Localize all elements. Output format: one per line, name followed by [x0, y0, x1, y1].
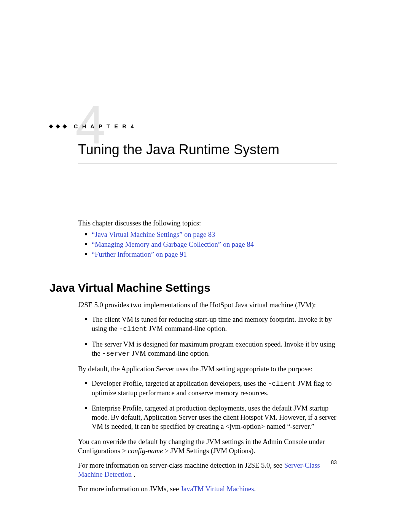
diamond-icon — [56, 124, 60, 128]
text: JVM command-line option. — [147, 325, 227, 332]
list-item: Developer Profile, targeted at applicati… — [85, 379, 337, 398]
text: For more information on JVMs, see — [78, 485, 181, 493]
code-text: -client — [119, 325, 147, 333]
text: . — [132, 471, 135, 478]
jvm-link[interactable]: JavaTM Virtual Machines — [181, 485, 254, 493]
text: For more information on server-class mac… — [78, 462, 284, 469]
code-text: -server — [102, 350, 130, 358]
chapter-title: Tuning the Java Runtime System — [78, 142, 279, 158]
paragraph: For more information on server-class mac… — [78, 461, 337, 479]
list-item: “Further Information” on page 91 — [85, 250, 337, 259]
text: > JVM Settings (JVM Options). — [163, 447, 255, 455]
list-item: “Managing Memory and Garbage Collection”… — [85, 240, 337, 249]
paragraph: By default, the Application Server uses … — [78, 364, 337, 374]
italic-text: config-name — [128, 447, 163, 455]
paragraph: For more information on JVMs, see JavaTM… — [78, 484, 337, 494]
diamond-icon — [62, 124, 67, 128]
paragraph: You can override the default by changing… — [78, 437, 337, 455]
text: JVM command-line option. — [130, 350, 210, 357]
toc-link[interactable]: “Managing Memory and Garbage Collection”… — [92, 241, 254, 248]
toc-link[interactable]: “Java Virtual Machine Settings” on page … — [92, 231, 215, 238]
profiles-list: Developer Profile, targeted at applicati… — [85, 379, 337, 431]
list-item: Enterprise Profile, targeted at producti… — [85, 404, 337, 431]
chapter-label: C H A P T E R 4 — [74, 123, 135, 129]
section-heading: Java Virtual Machine Settings — [49, 280, 337, 295]
toc-link[interactable]: “Further Information” on page 91 — [92, 251, 187, 258]
page-number: 83 — [331, 459, 337, 465]
diamond-icon — [49, 124, 53, 128]
list-item: The client VM is tuned for reducing star… — [85, 315, 337, 334]
text: Enterprise Profile, targeted at producti… — [92, 404, 336, 430]
intro-paragraph: This chapter discusses the following top… — [78, 219, 337, 228]
chapter-toc-list: “Java Virtual Machine Settings” on page … — [85, 230, 337, 259]
vm-implementations-list: The client VM is tuned for reducing star… — [85, 315, 337, 358]
page-body: This chapter discusses the following top… — [78, 219, 337, 499]
code-text: -client — [268, 380, 296, 388]
chapter-header: C H A P T E R 4 — [49, 118, 135, 134]
chapter-rule — [78, 163, 337, 163]
list-item: The server VM is designed for maximum pr… — [85, 340, 337, 358]
text: Developer Profile, targeted at applicati… — [92, 380, 268, 387]
paragraph: J2SE 5.0 provides two implementations of… — [78, 300, 337, 310]
text: . — [254, 485, 256, 493]
list-item: “Java Virtual Machine Settings” on page … — [85, 230, 337, 239]
